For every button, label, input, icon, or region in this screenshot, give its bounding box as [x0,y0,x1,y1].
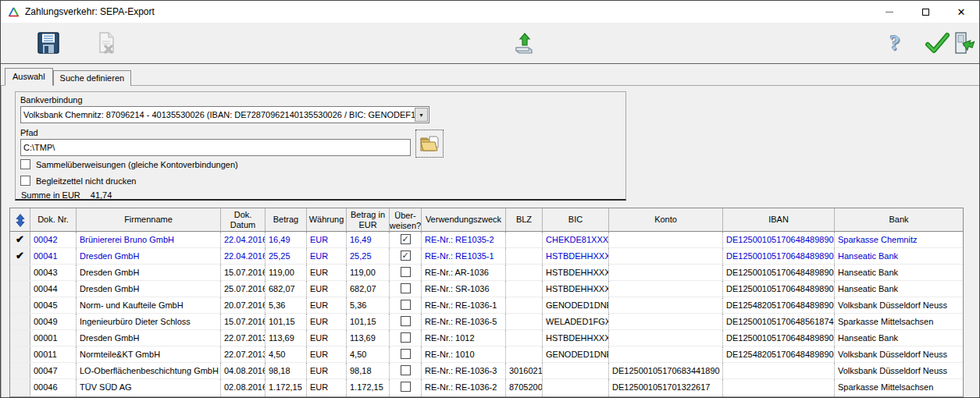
cell-bank: Volksbank Düsseldorf Neuss [835,297,963,313]
cell-verwendung: RE-Nr.: AR-1036 [422,265,506,280]
cell-gutter[interactable] [10,379,30,395]
cell-waehrung: EUR [307,346,347,362]
cell-datum: 22.07.2013 [221,330,265,346]
header-betrag_eur[interactable]: Betrag in EUR [347,208,390,231]
table-row[interactable]: 00047LO-Oberflächenbeschichtung GmbH04.0… [10,363,963,379]
header-betrag[interactable]: Betrag [265,208,307,231]
header-gutter[interactable] [10,208,30,231]
cell-gutter[interactable] [10,265,30,280]
ok-button[interactable] [924,30,950,56]
cell-verwendung: RE-Nr.: RE1035-2 [422,232,506,247]
cell-gutter[interactable] [10,346,30,362]
chevron-down-icon[interactable]: ▼ [415,108,428,122]
cell-betrag: 101,15 [265,314,307,329]
table-row[interactable]: 00043Dresden GmbH15.07.2016119,00EUR119,… [10,265,963,281]
sammelueberweisungen-checkbox[interactable]: Sammelüberweisungen (gleiche Kontoverbin… [20,159,238,169]
cell-ueberweisen [390,265,422,280]
ueberweisen-checkbox[interactable] [401,316,411,326]
cell-bic: GENODED1DNE [543,346,609,362]
header-firma[interactable]: Firmenname [77,208,221,231]
cell-bic [543,363,609,378]
close-button[interactable]: ✕ [943,1,979,23]
table-row[interactable]: 00046TÜV SÜD AG02.08.20161.172,15EUR1.17… [10,379,963,396]
header-bic[interactable]: BIC [543,208,609,231]
checkbox-box [20,176,30,186]
ueberweisen-checkbox[interactable] [401,332,411,343]
pfad-input[interactable]: C:\TMP\ [20,139,411,156]
tab-page-auswahl: Bankverbindung Volksbank Chemnitz: 87096… [1,85,979,397]
cell-waehrung: EUR [307,297,347,313]
folder-icon [419,133,440,154]
cell-blz [506,281,543,297]
cell-betrag_eur: 119,00 [347,265,390,280]
table-filler-row [10,396,963,396]
cell-blz [506,330,543,346]
maximize-button[interactable] [907,1,943,23]
cell-bank: Hanseatic Bank [835,330,963,346]
cell-bic [543,396,609,396]
help-button[interactable]: ? [882,30,908,56]
table-row[interactable]: ✔00041Dresden GmbH22.04.201625,25EUR25,2… [10,248,963,265]
cell-iban: DE12500105170648489890 [723,265,835,280]
minimize-button[interactable] [871,1,907,23]
save-button[interactable] [35,30,62,56]
ueberweisen-checkbox[interactable]: ✓ [401,234,411,244]
cell-dok_nr: 00041 [30,248,77,264]
cell-waehrung: EUR [307,248,347,264]
cell-betrag: 1.172,15 [265,379,307,395]
ueberweisen-checkbox[interactable] [401,349,411,359]
ueberweisen-checkbox[interactable]: ✓ [401,251,411,261]
header-dok_nr[interactable]: Dok. Nr. [30,208,77,231]
cell-iban: DE12548205170648489890 [723,346,835,362]
cell-konto [609,346,723,362]
ueberweisen-checkbox[interactable] [401,283,411,293]
export-button[interactable] [511,30,537,56]
begleitzettel-checkbox[interactable]: Begleitzettel nicht drucken [20,176,136,186]
ueberweisen-checkbox[interactable] [401,300,411,310]
ueberweisen-checkbox[interactable] [401,365,411,375]
cell-gutter[interactable] [10,330,30,346]
cell-betrag_eur: 4,50 [347,346,390,362]
exit-button[interactable] [950,30,977,56]
cell-waehrung: EUR [307,314,347,329]
header-bank[interactable]: Bank [835,208,963,231]
sammelueberweisungen-label: Sammelüberweisungen (gleiche Kontoverbin… [36,160,238,169]
cell-gutter[interactable]: ✔ [10,248,30,264]
table-row[interactable]: 00049Ingenieurbüro Dieter Schloss15.07.2… [10,314,963,330]
cell-iban [723,396,835,396]
header-iban[interactable]: IBAN [723,208,835,231]
table-row[interactable]: 00011Normteile&KT GmbH22.07.20134,50EUR4… [10,346,963,363]
cell-firma: TÜV SÜD AG [77,379,221,395]
cell-dok_nr: 00043 [30,265,77,280]
ueberweisen-checkbox[interactable] [401,267,411,277]
cell-gutter[interactable] [10,281,30,297]
browse-folder-button[interactable] [415,130,444,158]
cell-verwendung: RE-Nr.: 1010 [422,346,506,362]
cell-blz [506,265,543,280]
header-konto[interactable]: Konto [609,208,723,231]
cell-gutter[interactable] [10,297,30,313]
tab-bar: Auswahl Suche definieren [1,65,979,85]
table-row[interactable]: ✔00042Brüniererei Bruno GmbH22.04.201616… [10,232,963,248]
cell-gutter[interactable]: ✔ [10,232,30,247]
table-row[interactable]: 00044Dresden GmbH25.07.2016682,07EUR682,… [10,281,963,297]
header-datum[interactable]: Dok. Datum [221,208,265,231]
cell-gutter[interactable] [10,314,30,329]
summe-label: Summe in EUR [21,190,80,200]
header-ueberweisen[interactable]: Über- weisen? [390,208,422,231]
table-row[interactable]: 00045Norm- und Kaufteile GmbH20.07.20165… [10,297,963,314]
cell-dok_nr: 00046 [30,379,77,395]
header-blz[interactable]: BLZ [506,208,543,231]
tab-auswahl[interactable]: Auswahl [5,68,53,86]
cell-gutter[interactable] [10,363,30,378]
table-row[interactable]: 00001Dresden GmbH22.07.2013113,69EUR113,… [10,330,963,346]
header-verwendung[interactable]: Verwendungszweck [422,208,506,231]
cell-dok_nr: 00011 [30,346,77,362]
header-waehrung[interactable]: Währung [307,208,347,231]
cell-ueberweisen: ✓ [390,232,422,247]
pfad-value: C:\TMP\ [23,143,55,152]
tab-suche-definieren[interactable]: Suche definieren [53,70,132,86]
ueberweisen-checkbox[interactable] [401,382,411,392]
cell-bic: CHEKDE81XXX [543,232,609,247]
bankverbindung-select[interactable]: Volksbank Chemnitz: 87096214 - 401355300… [20,106,429,123]
